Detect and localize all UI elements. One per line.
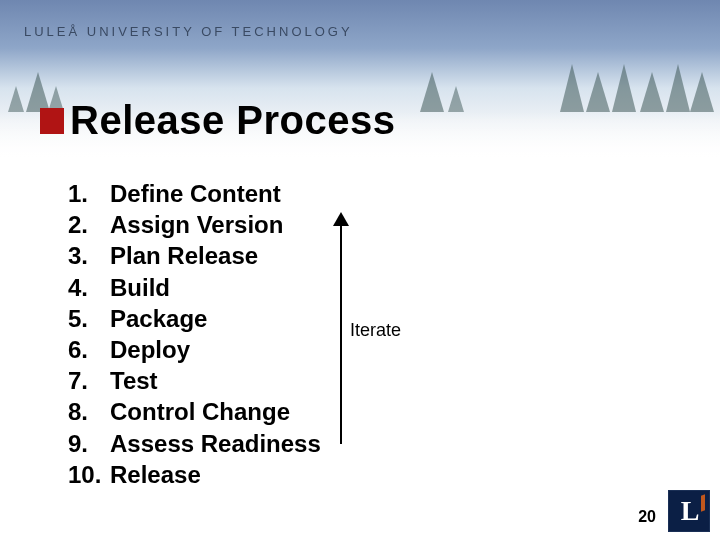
list-item: 3.Plan Release — [68, 240, 321, 271]
title-marker-icon — [40, 108, 64, 134]
list-item: 5.Package — [68, 303, 321, 334]
step-number: 7. — [68, 365, 110, 396]
iterate-label: Iterate — [350, 320, 401, 341]
step-text: Control Change — [110, 396, 290, 427]
step-number: 6. — [68, 334, 110, 365]
step-text: Plan Release — [110, 240, 258, 271]
list-item: 2.Assign Version — [68, 209, 321, 240]
step-text: Release — [110, 459, 201, 490]
logo-letter: L — [681, 497, 700, 525]
steps-list: 1.Define Content 2.Assign Version 3.Plan… — [68, 178, 321, 490]
page-title: Release Process — [70, 98, 396, 143]
step-text: Build — [110, 272, 170, 303]
step-number: 9. — [68, 428, 110, 459]
list-item: 9.Assess Readiness — [68, 428, 321, 459]
step-text: Assess Readiness — [110, 428, 321, 459]
step-text: Package — [110, 303, 207, 334]
step-number: 1. — [68, 178, 110, 209]
step-text: Define Content — [110, 178, 281, 209]
step-text: Test — [110, 365, 158, 396]
university-name: LULEÅ UNIVERSITY OF TECHNOLOGY — [24, 24, 353, 39]
list-item: 4.Build — [68, 272, 321, 303]
page-number: 20 — [638, 508, 656, 526]
step-number: 8. — [68, 396, 110, 427]
list-item: 8.Control Change — [68, 396, 321, 427]
list-item: 1.Define Content — [68, 178, 321, 209]
arrow-shaft — [340, 220, 342, 444]
list-item: 6.Deploy — [68, 334, 321, 365]
logo-accent-icon — [701, 494, 705, 511]
list-item: 10.Release — [68, 459, 321, 490]
step-number: 4. — [68, 272, 110, 303]
step-number: 10. — [68, 459, 110, 490]
step-number: 3. — [68, 240, 110, 271]
title-row: Release Process — [40, 98, 396, 143]
list-item: 7.Test — [68, 365, 321, 396]
step-text: Assign Version — [110, 209, 283, 240]
step-number: 2. — [68, 209, 110, 240]
slide: LULEÅ UNIVERSITY OF TECHNOLOGY Release P… — [0, 0, 720, 540]
university-logo: L — [668, 490, 710, 532]
step-number: 5. — [68, 303, 110, 334]
step-text: Deploy — [110, 334, 190, 365]
